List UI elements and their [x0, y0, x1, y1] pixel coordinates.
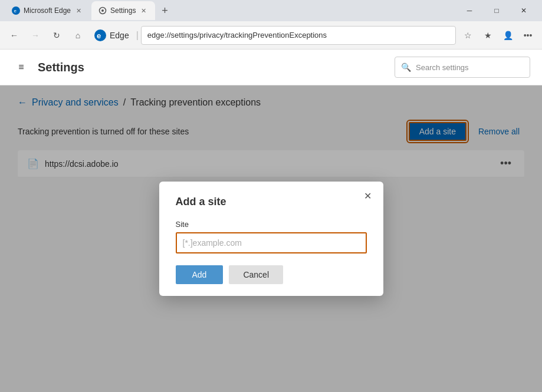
svg-text:e: e: [97, 31, 101, 40]
settings-header: ≡ Settings 🔍 Search settings: [0, 50, 542, 85]
settings-content: ← Privacy and services / Tracking preven…: [0, 85, 542, 392]
maximize-button[interactable]: □: [483, 0, 510, 21]
tab-settings-close[interactable]: ✕: [139, 6, 148, 15]
tab-bar: e Microsoft Edge ✕ Settings ✕ +: [5, 0, 173, 21]
modal-field-label: Site: [176, 220, 367, 229]
back-button[interactable]: ←: [5, 26, 24, 45]
edge-brand-label: Edge: [110, 31, 129, 40]
more-button[interactable]: •••: [518, 26, 537, 45]
edge-brand: e Edge: [90, 29, 134, 41]
refresh-button[interactable]: ↻: [47, 26, 66, 45]
hamburger-button[interactable]: ≡: [12, 58, 31, 77]
tab-settings[interactable]: Settings ✕: [91, 1, 155, 20]
address-divider: |: [136, 30, 139, 41]
minimize-button[interactable]: ─: [456, 0, 483, 21]
modal-close-button[interactable]: ✕: [360, 187, 376, 204]
tab-settings-label: Settings: [110, 6, 136, 15]
settings-favicon-icon: [98, 6, 107, 15]
edge-logo-icon: e: [94, 29, 106, 41]
modal-dialog: ✕ Add a site Site Add Cancel: [159, 182, 383, 296]
address-bar: ← → ↻ ⌂ e Edge | edge://settings/privacy…: [0, 21, 542, 50]
modal-cancel-button[interactable]: Cancel: [229, 265, 283, 284]
modal-overlay: ✕ Add a site Site Add Cancel: [0, 85, 542, 392]
home-button[interactable]: ⌂: [68, 26, 87, 45]
edge-favicon-icon: e: [12, 6, 20, 15]
profile-button[interactable]: 👤: [498, 26, 517, 45]
svg-point-3: [101, 9, 104, 12]
tab-microsoft-edge[interactable]: e Microsoft Edge ✕: [5, 1, 90, 20]
forward-button[interactable]: →: [26, 26, 45, 45]
collections-button[interactable]: ★: [478, 26, 497, 45]
url-text: edge://settings/privacy/trackingPreventi…: [147, 31, 327, 39]
search-settings-box[interactable]: 🔍 Search settings: [395, 57, 530, 78]
site-input[interactable]: [176, 232, 367, 253]
address-url[interactable]: edge://settings/privacy/trackingPreventi…: [141, 26, 456, 45]
modal-title: Add a site: [176, 196, 367, 208]
tab-edge-label: Microsoft Edge: [24, 6, 71, 15]
window-controls: ─ □ ✕: [456, 0, 537, 21]
settings-page: ≡ Settings 🔍 Search settings ← Privacy a…: [0, 50, 542, 392]
settings-title: Settings: [38, 61, 84, 74]
tab-edge-close[interactable]: ✕: [74, 6, 83, 15]
modal-actions: Add Cancel: [176, 265, 367, 284]
svg-text:e: e: [14, 8, 17, 14]
modal-add-button[interactable]: Add: [176, 265, 224, 284]
search-icon: 🔍: [401, 62, 411, 72]
hamburger-icon: ≡: [18, 62, 24, 73]
new-tab-button[interactable]: +: [156, 2, 173, 19]
search-placeholder: Search settings: [416, 63, 469, 72]
title-bar: e Microsoft Edge ✕ Settings ✕ + ─ □ ✕: [0, 0, 542, 21]
favorites-button[interactable]: ☆: [458, 26, 477, 45]
close-button[interactable]: ✕: [510, 0, 537, 21]
address-actions: ☆ ★ 👤 •••: [458, 26, 537, 45]
